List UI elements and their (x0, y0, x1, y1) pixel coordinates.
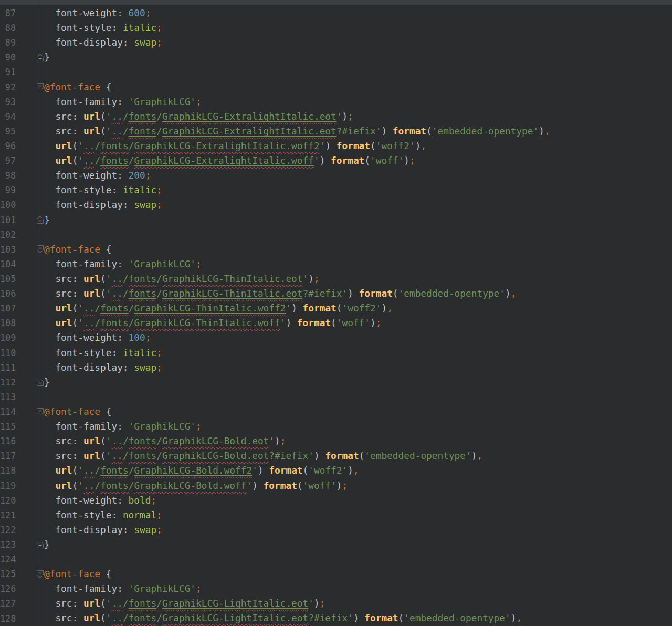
code-text[interactable]: font-family: 'GraphikLCG'; (40, 581, 202, 596)
file-reference-link[interactable]: GraphikLCG-ThinItalic.woff (134, 317, 280, 328)
code-line[interactable]: 91 (0, 65, 672, 79)
code-text[interactable]: font-display: swap; (40, 360, 162, 375)
code-text[interactable]: font-weight: 600; (40, 6, 151, 20)
file-reference-link[interactable]: GraphikLCG-ThinItalic.eot (162, 273, 303, 284)
code-line[interactable]: 92@font-face { (0, 80, 672, 95)
code-text[interactable]: font-display: swap; (40, 35, 162, 50)
file-reference-link[interactable]: fonts (129, 288, 157, 299)
file-reference-link[interactable]: fonts (100, 155, 129, 166)
code-text[interactable]: font-style: italic; (40, 346, 162, 360)
code-text[interactable]: font-style: normal; (40, 508, 162, 523)
code-text[interactable]: src: url('../fonts/GraphikLCG-Bold.eot?#… (40, 448, 482, 463)
code-line[interactable]: 108 url('../fonts/GraphikLCG-ThinItalic.… (0, 316, 672, 330)
code-text[interactable]: url('../fonts/GraphikLCG-ExtralightItali… (40, 139, 426, 153)
code-text[interactable]: src: url('../fonts/GraphikLCG-Extralight… (40, 124, 550, 139)
code-text[interactable]: src: url('../fonts/GraphikLCG-Extralight… (40, 109, 353, 124)
file-reference-link[interactable]: fonts (129, 435, 157, 446)
code-line[interactable]: 121 font-style: normal; (0, 508, 672, 523)
file-reference-link[interactable]: GraphikLCG-Bold.eot (162, 450, 269, 461)
code-line[interactable]: 103@font-face { (0, 242, 672, 257)
code-line[interactable]: 115 font-family: 'GraphikLCG'; (0, 419, 672, 434)
code-text[interactable]: src: url('../fonts/GraphikLCG-ThinItalic… (40, 272, 320, 286)
code-text[interactable]: font-style: italic; (40, 20, 162, 35)
file-reference-link[interactable]: fonts (129, 612, 157, 623)
code-text[interactable]: font-family: 'GraphikLCG'; (40, 257, 202, 272)
code-text[interactable]: url('../fonts/GraphikLCG-ThinItalic.woff… (40, 316, 381, 330)
file-reference-link[interactable]: GraphikLCG-Bold.woff2 (134, 465, 252, 476)
code-line[interactable]: 93 font-family: 'GraphikLCG'; (0, 95, 672, 109)
fold-collapse-end-icon[interactable] (36, 53, 44, 62)
file-reference-link[interactable]: GraphikLCG-ExtralightItalic.woff (134, 155, 314, 166)
file-reference-link[interactable]: fonts (129, 450, 157, 461)
fold-collapse-start-icon[interactable] (36, 408, 44, 416)
code-text[interactable]: url('../fonts/GraphikLCG-Bold.woff2') fo… (40, 463, 359, 478)
file-reference-link[interactable]: fonts (129, 598, 157, 609)
code-text[interactable]: font-weight: bold; (40, 493, 156, 508)
code-line[interactable]: 90} (0, 50, 672, 65)
file-reference-link[interactable]: GraphikLCG-ThinItalic.eot (162, 288, 303, 299)
code-line[interactable]: 127 src: url('../fonts/GraphikLCG-LightI… (0, 596, 672, 611)
code-text[interactable]: src: url('../fonts/GraphikLCG-Bold.eot')… (40, 434, 286, 448)
file-reference-link[interactable]: fonts (100, 302, 129, 314)
file-reference-link[interactable]: fonts (100, 317, 129, 328)
file-reference-link[interactable]: GraphikLCG-ExtralightItalic.eot (162, 126, 337, 137)
code-line[interactable]: 97 url('../fonts/GraphikLCG-ExtralightIt… (0, 153, 672, 168)
file-reference-link[interactable]: GraphikLCG-ThinItalic.woff2 (134, 302, 286, 314)
code-line[interactable]: 96 url('../fonts/GraphikLCG-ExtralightIt… (0, 139, 672, 153)
file-reference-link[interactable]: GraphikLCG-Bold.woff (134, 480, 246, 491)
code-text[interactable]: src: url('../fonts/GraphikLCG-LightItali… (40, 596, 325, 611)
file-reference-link[interactable]: fonts (129, 111, 157, 122)
code-text[interactable]: src: url('../fonts/GraphikLCG-LightItali… (40, 611, 522, 625)
code-line[interactable]: 117 src: url('../fonts/GraphikLCG-Bold.e… (0, 448, 672, 463)
code-text[interactable]: @font-face { (40, 242, 111, 257)
code-line[interactable]: 118 url('../fonts/GraphikLCG-Bold.woff2'… (0, 463, 672, 478)
file-reference-link[interactable]: fonts (100, 465, 129, 476)
code-line[interactable]: 111 font-display: swap; (0, 360, 672, 375)
code-text[interactable]: @font-face { (40, 404, 111, 419)
code-line[interactable]: 104 font-family: 'GraphikLCG'; (0, 257, 672, 272)
code-line[interactable]: 101} (0, 213, 672, 227)
code-line[interactable]: 89 font-display: swap; (0, 35, 672, 50)
code-line[interactable]: 106 src: url('../fonts/GraphikLCG-ThinIt… (0, 286, 672, 301)
code-line[interactable]: 120 font-weight: bold; (0, 493, 672, 508)
code-text[interactable]: font-display: swap; (40, 197, 162, 212)
code-text[interactable]: font-weight: 200; (40, 168, 151, 183)
file-reference-link[interactable]: fonts (129, 273, 157, 284)
file-reference-link[interactable]: GraphikLCG-ExtralightItalic.eot (162, 111, 337, 122)
code-text[interactable]: font-style: italic; (40, 183, 162, 197)
code-text[interactable]: font-family: 'GraphikLCG'; (40, 419, 202, 434)
code-text[interactable]: url('../fonts/GraphikLCG-ExtralightItali… (40, 153, 415, 168)
fold-collapse-end-icon[interactable] (36, 540, 44, 549)
code-line[interactable]: 99 font-style: italic; (0, 183, 672, 197)
code-editor[interactable]: 87 font-weight: 600;88 font-style: itali… (0, 6, 672, 626)
code-line[interactable]: 107 url('../fonts/GraphikLCG-ThinItalic.… (0, 301, 672, 316)
code-line[interactable]: 114@font-face { (0, 404, 672, 419)
code-line[interactable]: 116 src: url('../fonts/GraphikLCG-Bold.e… (0, 434, 672, 448)
code-line[interactable]: 123} (0, 537, 672, 552)
code-text[interactable]: url('../fonts/GraphikLCG-ThinItalic.woff… (40, 301, 393, 316)
file-reference-link[interactable]: fonts (100, 140, 129, 151)
code-line[interactable]: 122 font-display: swap; (0, 523, 672, 537)
code-line[interactable]: 109 font-weight: 100; (0, 330, 672, 345)
fold-collapse-start-icon[interactable] (36, 245, 44, 254)
code-line[interactable]: 125@font-face { (0, 567, 672, 581)
code-line[interactable]: 98 font-weight: 200; (0, 168, 672, 183)
code-line[interactable]: 105 src: url('../fonts/GraphikLCG-ThinIt… (0, 272, 672, 286)
code-line[interactable]: 126 font-family: 'GraphikLCG'; (0, 581, 672, 596)
fold-collapse-end-icon[interactable] (36, 378, 44, 387)
code-line[interactable]: 112} (0, 375, 672, 390)
code-text[interactable]: @font-face { (40, 80, 111, 95)
code-line[interactable]: 124 (0, 552, 672, 567)
file-reference-link[interactable]: GraphikLCG-LightItalic.eot (162, 598, 308, 609)
file-reference-link[interactable]: GraphikLCG-Bold.eot (162, 435, 269, 446)
file-reference-link[interactable]: fonts (100, 480, 129, 491)
code-line[interactable]: 119 url('../fonts/GraphikLCG-Bold.woff')… (0, 478, 672, 493)
code-line[interactable]: 87 font-weight: 600; (0, 6, 672, 20)
fold-collapse-start-icon[interactable] (36, 570, 44, 579)
code-line[interactable]: 128 src: url('../fonts/GraphikLCG-LightI… (0, 611, 672, 625)
code-line[interactable]: 100 font-display: swap; (0, 197, 672, 212)
fold-collapse-end-icon[interactable] (36, 215, 44, 224)
file-reference-link[interactable]: fonts (129, 126, 157, 137)
fold-collapse-start-icon[interactable] (36, 82, 44, 91)
code-line[interactable]: 110 font-style: italic; (0, 346, 672, 360)
